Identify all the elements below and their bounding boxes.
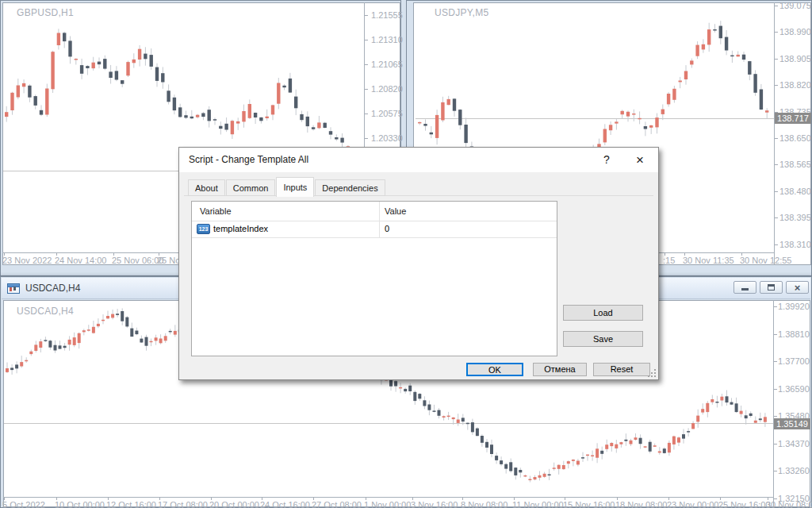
inputs-table[interactable]: Variable Value 123templateIndex0: [191, 201, 557, 356]
price-tick: [774, 416, 777, 417]
price-tick: [365, 89, 368, 90]
time-tick-label: 30 Nov 08:00: [766, 500, 812, 508]
param-value[interactable]: 0: [385, 224, 389, 233]
bid-price-badge: 1.35149: [774, 418, 810, 429]
price-tick: [775, 191, 778, 192]
time-tick-label: :15: [663, 256, 675, 265]
price-tick-label: 1.33260: [778, 466, 810, 475]
close-icon: ×: [795, 283, 801, 293]
price-tick: [775, 59, 778, 60]
dialog-close-button[interactable]: ×: [630, 150, 650, 170]
time-tick-label: 25 Nov 16:00: [718, 500, 770, 508]
time-tick-label: 10 Oct 00:00: [55, 500, 105, 508]
time-tick-label: 20 Oct 00:00: [209, 500, 259, 508]
price-tick-label: 1.39920: [778, 302, 810, 311]
tab-dependencies[interactable]: Dependencies: [315, 179, 385, 196]
time-tick-label: 5 Oct 2022: [2, 500, 45, 508]
time-tick-label: 17 Oct 08:00: [158, 500, 208, 508]
tab-inputs[interactable]: Inputs: [276, 177, 314, 197]
time-tick-label: 24 Nov 14:00: [55, 256, 106, 265]
ok-button[interactable]: OK: [466, 363, 523, 376]
integer-param-icon: 123: [197, 224, 210, 234]
price-tick: [775, 85, 778, 86]
price-tick: [365, 15, 368, 16]
load-button[interactable]: Load: [563, 305, 643, 321]
save-button[interactable]: Save: [563, 331, 643, 347]
time-axis-separator: [3, 497, 773, 498]
time-tick-label: 11 Nov 00:00: [512, 500, 564, 508]
price-tick: [774, 389, 777, 390]
time-tick-label: 15 Nov 16:00: [563, 500, 615, 508]
price-axis-separator: [774, 2, 775, 265]
time-tick-label: 1 Nov 00:00: [364, 500, 411, 508]
price-tick: [774, 306, 777, 307]
price-tick-label: 1.21555: [371, 10, 403, 20]
price-tick: [775, 164, 778, 165]
help-button[interactable]: ?: [596, 150, 617, 170]
row-divider: [192, 237, 557, 238]
time-tick-label: 25 Nov 06:00: [112, 256, 163, 265]
price-tick-label: 1.34370: [778, 439, 810, 448]
dialog-title: Script - Change Template All: [189, 148, 308, 172]
price-tick-label: 138.990: [779, 27, 811, 37]
time-tick-label: 24 Oct 16:00: [260, 500, 310, 508]
price-tick: [775, 32, 778, 33]
time-tick-label: 27 Oct 08:00: [312, 500, 362, 508]
time-tick-label: 30 Nov 12:55: [740, 256, 791, 265]
price-tick-label: 1.36590: [778, 384, 810, 394]
time-tick-label: 23 Nov 2022: [2, 256, 52, 265]
dialog-titlebar[interactable]: Script - Change Template All: [179, 148, 658, 172]
tab-about[interactable]: About: [188, 179, 225, 196]
price-tick: [775, 244, 778, 245]
cancel-button[interactable]: Отмена: [533, 363, 587, 376]
time-tick-label: 3 Nov 16:00: [411, 500, 458, 508]
price-tick-label: 1.38810: [778, 329, 810, 339]
time-tick-label: 8 Nov 08:00: [461, 500, 508, 508]
price-tick: [774, 444, 777, 444]
reset-button[interactable]: Reset: [593, 363, 650, 376]
param-row-templateIndex[interactable]: 123templateIndex0: [192, 221, 557, 237]
price-tick: [365, 40, 368, 40]
minimize-button[interactable]: [733, 281, 756, 294]
price-tick: [775, 6, 778, 6]
metatrader-workspace: GBPUSD,H1 1.215551.213101.210651.208201.…: [0, 0, 812, 508]
price-tick-label: 1.20330: [371, 133, 403, 143]
price-tick-label: 138.820: [779, 80, 811, 90]
time-tick-label: 30 Nov 11:35: [683, 256, 734, 265]
price-tick: [365, 64, 368, 65]
time-tick-label: 18 Nov 08:00: [615, 500, 667, 508]
price-tick: [774, 471, 777, 471]
price-tick: [365, 114, 368, 114]
price-tick-label: 1.20820: [371, 84, 403, 94]
price-tick: [775, 138, 778, 139]
restore-button[interactable]: [760, 281, 783, 294]
param-name: templateIndex: [213, 224, 268, 233]
price-tick-label: 138.310: [779, 240, 811, 249]
price-tick-label: 138.905: [779, 54, 811, 64]
price-tick-label: 138.565: [779, 160, 811, 169]
time-tick-label: 23 Nov 00:00: [667, 500, 718, 508]
close-window-button[interactable]: ×: [786, 281, 809, 294]
column-header-value: Value: [385, 202, 406, 221]
price-tick-label: 138.395: [779, 213, 811, 222]
price-tick-label: 139.075: [779, 1, 811, 10]
resize-grip[interactable]: [654, 375, 656, 377]
chart-icon: [7, 283, 20, 294]
bid-price-badge: 138.717: [775, 113, 811, 124]
restore-icon: [768, 284, 775, 291]
time-tick-label: 12 Oct 16:00: [106, 500, 156, 508]
usdcad-window-title: USDCAD,H4: [25, 283, 80, 294]
tab-strip: AboutCommonInputsDependencies: [188, 176, 386, 196]
script-dialog: Script - Change Template All ? × AboutCo…: [178, 147, 659, 380]
price-tick: [774, 334, 777, 335]
price-tick: [365, 138, 368, 139]
tab-common[interactable]: Common: [226, 179, 276, 196]
price-tick-label: 138.650: [779, 133, 811, 143]
price-tick: [775, 217, 778, 218]
price-axis-separator: [773, 300, 774, 507]
column-header-variable: Variable: [200, 202, 232, 221]
price-tick-label: 1.21065: [371, 60, 403, 69]
minimize-icon: [741, 288, 749, 291]
price-tick: [774, 361, 777, 362]
price-tick: [774, 498, 777, 499]
